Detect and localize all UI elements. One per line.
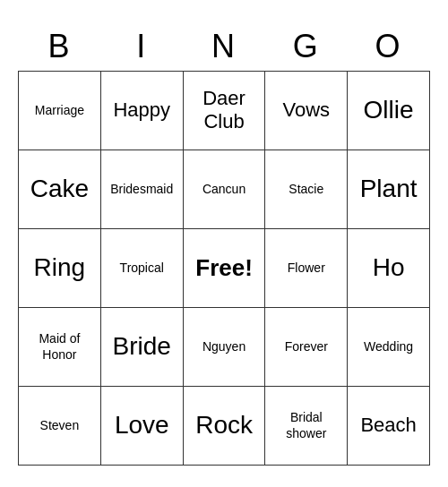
cell-text: Happy	[113, 98, 170, 121]
bingo-cell: Bridal shower	[265, 386, 348, 465]
bingo-cell: Tropical	[100, 228, 183, 307]
cell-text: Marriage	[35, 103, 84, 117]
bingo-cell: Forever	[265, 307, 348, 386]
bingo-cell: Cancun	[183, 150, 265, 228]
bingo-cell: Nguyen	[183, 307, 265, 386]
header-letter: B	[19, 22, 101, 72]
bingo-cell: Cake	[19, 150, 101, 228]
bingo-cell: Ho	[348, 228, 430, 307]
cell-text: Flower	[288, 261, 325, 275]
bingo-cell: Plant	[348, 150, 430, 228]
bingo-cell: Bride	[100, 307, 183, 386]
table-row: CakeBridesmaidCancunStaciePlant	[19, 150, 430, 228]
bingo-cell: Bridesmaid	[100, 150, 183, 228]
bingo-cell: Vows	[265, 71, 348, 150]
bingo-cell: Ollie	[348, 71, 430, 150]
bingo-cell: Ring	[19, 228, 101, 307]
cell-text: Nguyen	[202, 339, 246, 354]
bingo-cell: Wedding	[348, 307, 430, 386]
table-row: StevenLoveRockBridal showerBeach	[19, 386, 430, 465]
cell-text: Wedding	[364, 339, 413, 354]
bingo-cell: Love	[100, 386, 183, 465]
bingo-card: BINGO MarriageHappyDaer ClubVowsOllieCak…	[18, 22, 430, 466]
cell-text: Cake	[30, 175, 89, 202]
bingo-cell: Free!	[183, 228, 265, 307]
cell-text: Free!	[195, 254, 253, 281]
cell-text: Daer Club	[202, 87, 246, 132]
cell-text: Beach	[360, 414, 416, 436]
cell-text: Stacie	[289, 182, 323, 196]
table-row: Maid of HonorBrideNguyenForeverWedding	[19, 307, 430, 386]
cell-text: Bridal shower	[286, 410, 326, 440]
cell-text: Steven	[40, 418, 80, 432]
cell-text: Ring	[34, 253, 86, 281]
cell-text: Vows	[283, 98, 331, 121]
cell-text: Ollie	[364, 96, 414, 124]
header-letter: G	[265, 22, 348, 72]
cell-text: Maid of Honor	[39, 331, 80, 362]
cell-text: Bridesmaid	[110, 182, 173, 196]
bingo-cell: Beach	[348, 386, 430, 465]
header-row: BINGO	[19, 22, 430, 72]
cell-text: Forever	[285, 339, 328, 354]
bingo-cell: Happy	[100, 71, 183, 150]
cell-text: Rock	[195, 411, 253, 439]
bingo-cell: Stacie	[265, 150, 348, 228]
bingo-cell: Daer Club	[183, 71, 265, 150]
bingo-cell: Marriage	[19, 71, 101, 150]
header-letter: I	[100, 22, 183, 72]
header-letter: N	[183, 22, 265, 72]
cell-text: Love	[115, 411, 169, 439]
table-row: RingTropicalFree!FlowerHo	[19, 228, 430, 307]
cell-text: Plant	[360, 175, 418, 202]
bingo-cell: Flower	[265, 228, 348, 307]
bingo-cell: Steven	[19, 386, 101, 465]
bingo-cell: Maid of Honor	[19, 307, 101, 386]
cell-text: Cancun	[202, 182, 246, 196]
cell-text: Tropical	[120, 261, 164, 275]
bingo-cell: Rock	[183, 386, 265, 465]
table-row: MarriageHappyDaer ClubVowsOllie	[19, 71, 430, 150]
cell-text: Bride	[113, 332, 171, 360]
cell-text: Ho	[373, 253, 405, 281]
header-letter: O	[348, 22, 430, 72]
